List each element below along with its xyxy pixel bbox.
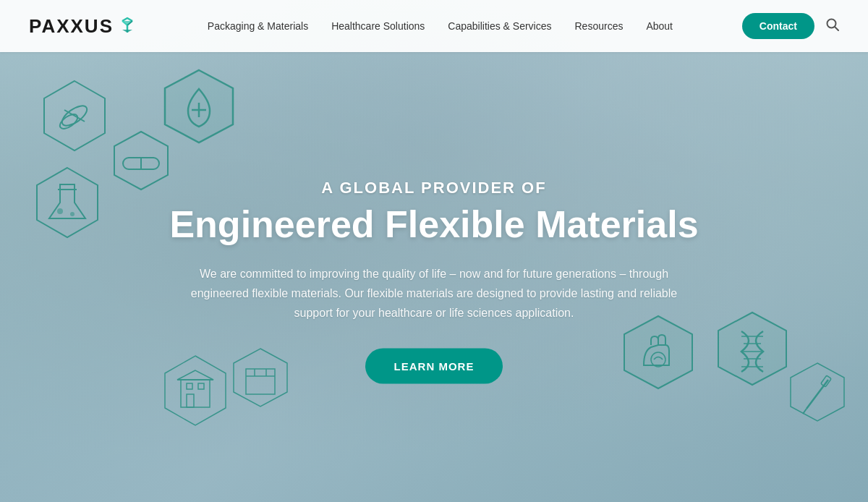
nav-item-capabilities[interactable]: Capabilities & Services	[448, 20, 551, 33]
logo-text: PAXXUS	[29, 15, 114, 38]
hero-description: We are committed to improving the qualit…	[188, 263, 680, 323]
nav-links: Packaging & Materials Healthcare Solutio…	[208, 20, 673, 33]
hero-subtitle: A GLOBAL PROVIDER OF	[159, 179, 709, 197]
hero-content: A GLOBAL PROVIDER OF Engineered Flexible…	[159, 179, 709, 384]
nav-item-packaging[interactable]: Packaging & Materials	[208, 20, 308, 33]
nav-item-healthcare[interactable]: Healthcare Solutions	[331, 20, 425, 33]
hero-title: Engineered Flexible Materials	[159, 203, 709, 247]
nav-item-about[interactable]: About	[646, 20, 673, 33]
svg-line-40	[835, 27, 838, 30]
main-nav: PAXXUS Packaging & Materials Healthcare …	[0, 0, 868, 52]
hero-section: PAXXUS Packaging & Materials Healthcare …	[0, 0, 868, 502]
learn-more-button[interactable]: LEARN MORE	[365, 349, 503, 384]
search-icon[interactable]	[826, 18, 839, 34]
nav-item-resources[interactable]: Resources	[575, 20, 624, 33]
logo[interactable]: PAXXUS	[29, 15, 138, 38]
contact-button[interactable]: Contact	[742, 13, 814, 39]
logo-icon	[116, 15, 138, 37]
